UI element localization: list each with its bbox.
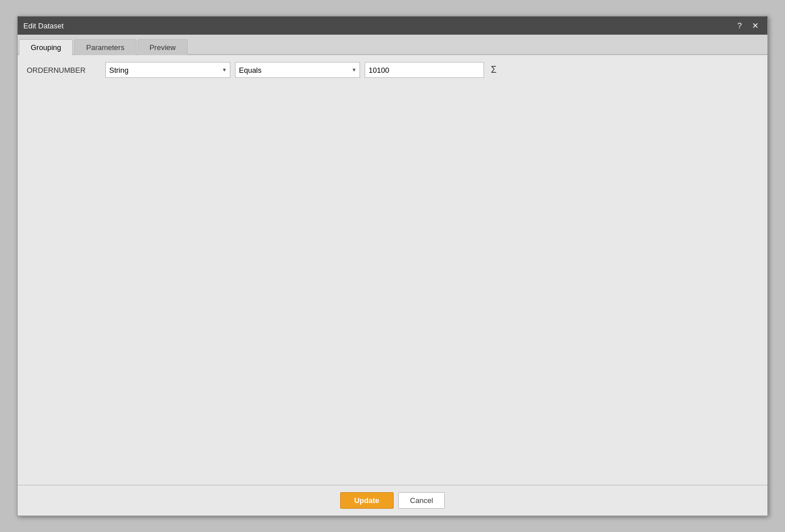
field-label: ORDERNUMBER	[27, 66, 101, 74]
dialog-title: Edit Dataset	[23, 22, 64, 30]
update-button[interactable]: Update	[340, 492, 394, 509]
filter-row: ORDERNUMBER String Number Date Boolean E…	[27, 62, 758, 78]
operator-select-wrapper: Equals Not Equals Contains Starts With E…	[235, 62, 360, 78]
tab-preview[interactable]: Preview	[138, 39, 188, 55]
operator-select[interactable]: Equals Not Equals Contains Starts With E…	[235, 62, 360, 78]
content-area: ORDERNUMBER String Number Date Boolean E…	[18, 55, 767, 485]
cancel-button[interactable]: Cancel	[398, 492, 445, 509]
tab-grouping[interactable]: Grouping	[19, 39, 73, 55]
title-bar: Edit Dataset ? ✕	[18, 16, 767, 35]
type-select-wrapper: String Number Date Boolean	[105, 62, 230, 78]
title-bar-controls: ? ✕	[734, 20, 762, 31]
tab-parameters[interactable]: Parameters	[74, 39, 136, 55]
filter-value-input[interactable]	[365, 62, 484, 78]
edit-dataset-dialog: Edit Dataset ? ✕ Grouping Parameters Pre…	[17, 16, 768, 516]
sigma-button[interactable]: Σ	[489, 65, 499, 75]
tab-bar: Grouping Parameters Preview	[18, 35, 767, 55]
close-button[interactable]: ✕	[749, 20, 762, 31]
help-button[interactable]: ?	[734, 20, 745, 31]
footer: Update Cancel	[18, 485, 767, 516]
type-select[interactable]: String Number Date Boolean	[105, 62, 230, 78]
